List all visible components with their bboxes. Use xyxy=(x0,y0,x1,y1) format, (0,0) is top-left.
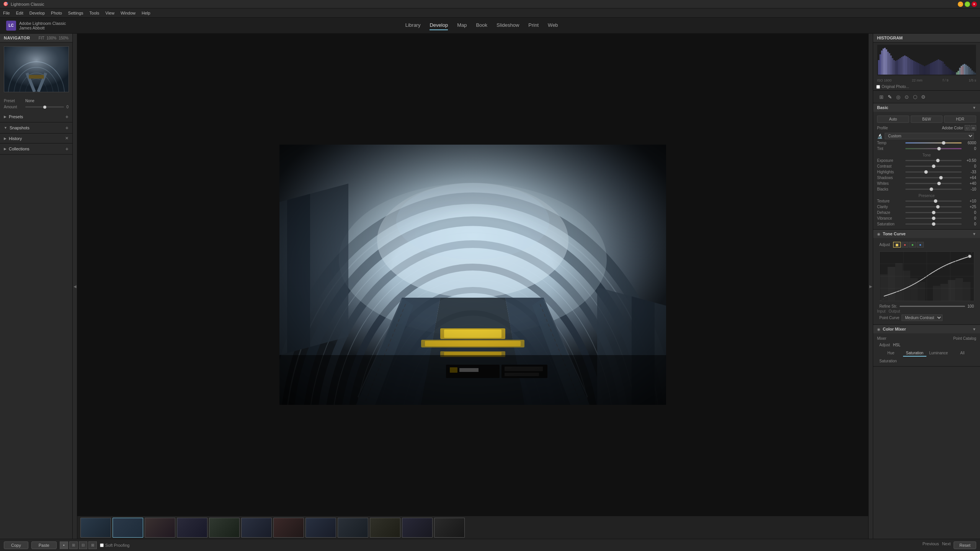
minimize-button[interactable]: – xyxy=(958,2,963,7)
bw-button[interactable]: B&W xyxy=(911,116,943,123)
channel-b[interactable]: ● xyxy=(917,242,924,248)
tab-library[interactable]: Library xyxy=(405,21,421,30)
shadows-slider[interactable] xyxy=(905,177,962,178)
menu-file[interactable]: File xyxy=(3,11,10,15)
histogram-header[interactable]: Histogram xyxy=(873,34,980,42)
tab-web[interactable]: Web xyxy=(548,21,558,30)
snapshots-add[interactable]: + xyxy=(65,125,69,131)
compare-view-btn[interactable]: ⊟ xyxy=(79,541,87,549)
saturation-tab[interactable]: Saturation xyxy=(903,350,926,357)
film-thumb-3[interactable] xyxy=(145,518,175,538)
tone-curve-canvas[interactable] xyxy=(879,251,974,301)
restore-button[interactable]: □ xyxy=(965,2,970,7)
dehaze-slider[interactable] xyxy=(905,212,962,213)
highlights-slider[interactable] xyxy=(905,171,962,173)
tone-curve-header[interactable]: ◉ Tone Curve ▼ xyxy=(873,230,980,238)
channel-all[interactable]: ◼ xyxy=(893,242,901,248)
temp-slider[interactable] xyxy=(905,142,962,143)
fit-zoom[interactable]: FIT xyxy=(39,36,44,40)
film-thumb-2[interactable] xyxy=(113,518,143,538)
film-thumb-8[interactable] xyxy=(305,518,336,538)
film-thumb-6[interactable] xyxy=(241,518,272,538)
heal-tool[interactable]: ◎ xyxy=(894,93,902,101)
original-photo-checkbox[interactable] xyxy=(876,85,880,89)
auto-button[interactable]: Auto xyxy=(877,116,909,123)
film-thumb-9[interactable] xyxy=(338,518,368,538)
whites-slider[interactable] xyxy=(905,183,962,184)
profile-btn-2[interactable]: ▤ xyxy=(971,125,976,130)
crop-tool[interactable]: ✎ xyxy=(885,93,894,101)
tab-print[interactable]: Print xyxy=(528,21,539,30)
film-thumb-12[interactable] xyxy=(434,518,465,538)
single-view-btn[interactable]: ▪ xyxy=(60,541,68,549)
vibrance-slider[interactable] xyxy=(905,218,962,219)
survey-view-btn[interactable]: ⊠ xyxy=(88,541,97,549)
menu-photo[interactable]: Photo xyxy=(51,11,62,15)
zoom-100[interactable]: 100% xyxy=(47,36,57,40)
menu-edit[interactable]: Edit xyxy=(16,11,23,15)
soft-proofing[interactable]: Soft Proofing xyxy=(100,543,130,548)
filter-tool[interactable]: ⬡ xyxy=(911,93,919,101)
menu-window[interactable]: Window xyxy=(121,11,136,15)
channel-g[interactable]: ● xyxy=(909,242,916,248)
history-clear[interactable]: ✕ xyxy=(65,136,69,141)
film-thumb-11[interactable] xyxy=(402,518,433,538)
menu-develop[interactable]: Develop xyxy=(29,11,45,15)
color-mixer-toggle[interactable]: ▼ xyxy=(972,327,976,331)
film-thumb-10[interactable] xyxy=(370,518,400,538)
presets-add[interactable]: + xyxy=(65,114,69,120)
basic-section-header[interactable]: Basic ▼ xyxy=(873,103,980,112)
hue-tab[interactable]: Hue xyxy=(879,350,902,357)
navigator-header[interactable]: Navigator FIT 100% 150% xyxy=(0,34,72,42)
exposure-slider[interactable] xyxy=(905,160,962,161)
hdr-button[interactable]: HDR xyxy=(944,116,976,123)
luminance-tab[interactable]: Luminance xyxy=(927,350,950,357)
eyedropper-icon[interactable]: 🔬 xyxy=(877,134,882,139)
next-button[interactable]: Next xyxy=(942,541,951,549)
saturation-slider[interactable] xyxy=(905,223,962,225)
close-button[interactable]: ✕ xyxy=(972,2,977,7)
menu-settings[interactable]: Settings xyxy=(68,11,83,15)
texture-slider[interactable] xyxy=(905,201,962,202)
menu-view[interactable]: View xyxy=(105,11,114,15)
soft-proofing-checkbox[interactable] xyxy=(100,543,104,547)
film-thumb-5[interactable] xyxy=(209,518,240,538)
right-panel-toggle[interactable]: ▶ xyxy=(868,34,873,539)
film-thumb-4[interactable] xyxy=(177,518,207,538)
blacks-slider[interactable] xyxy=(905,189,962,190)
refine-slider[interactable] xyxy=(900,306,965,307)
tab-develop[interactable]: Develop xyxy=(430,21,448,30)
tab-map[interactable]: Map xyxy=(457,21,467,30)
wb-selector[interactable]: Custom As Shot Auto Daylight Cloudy xyxy=(885,133,974,139)
basic-collapse[interactable]: ▼ xyxy=(972,106,976,110)
clarity-slider[interactable] xyxy=(905,206,962,207)
amount-slider[interactable] xyxy=(25,106,64,108)
presets-header[interactable]: ▶ Presets + xyxy=(0,111,72,122)
previous-button[interactable]: Previous xyxy=(923,541,939,549)
all-tab[interactable]: All xyxy=(951,350,974,357)
tone-curve-toggle[interactable]: ▼ xyxy=(972,232,976,236)
snapshots-header[interactable]: ▼ Snapshots + xyxy=(0,122,72,133)
color-mixer-header[interactable]: ◉ Color Mixer ▼ xyxy=(873,325,980,333)
film-thumb-7[interactable] xyxy=(273,518,304,538)
settings-tool[interactable]: ⚙ xyxy=(919,93,928,101)
tab-slideshow[interactable]: Slideshow xyxy=(497,21,519,30)
redeye-tool[interactable]: ⊙ xyxy=(902,93,911,101)
reset-button[interactable]: Reset xyxy=(954,541,976,549)
profile-btn-1[interactable]: ◱ xyxy=(965,125,970,130)
contrast-slider[interactable] xyxy=(905,166,962,167)
menu-help[interactable]: Help xyxy=(142,11,150,15)
history-header[interactable]: ▶ History ✕ xyxy=(0,134,72,143)
paste-button[interactable]: Paste xyxy=(31,541,57,549)
collections-header[interactable]: ▶ Collections + xyxy=(0,143,72,154)
collections-add[interactable]: + xyxy=(65,146,69,152)
tint-slider[interactable] xyxy=(905,148,962,149)
left-panel-toggle[interactable]: ◀ xyxy=(73,34,77,539)
tab-book[interactable]: Book xyxy=(476,21,487,30)
grid-view-btn[interactable]: ⊞ xyxy=(69,541,78,549)
menu-tools[interactable]: Tools xyxy=(90,11,100,15)
film-thumb-1[interactable] xyxy=(80,518,111,538)
point-curve-select[interactable]: Medium Contrast Linear Strong Contrast xyxy=(902,315,942,321)
zoom-150[interactable]: 150% xyxy=(59,36,69,40)
basic-tool[interactable]: ⊞ xyxy=(877,93,885,101)
